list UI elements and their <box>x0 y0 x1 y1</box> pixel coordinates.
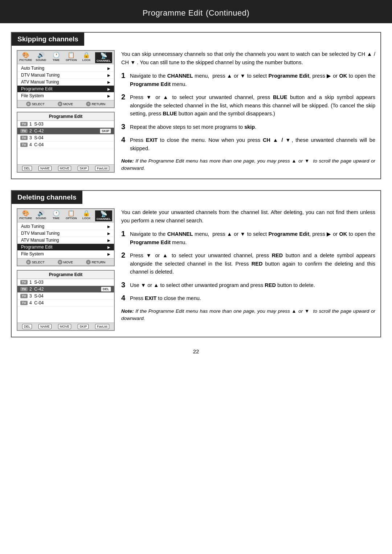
skipping-right-text: You can skip unnecessary channels so tha… <box>121 50 375 173</box>
skip-step-1: 1 Navigate to the CHANNEL menu, press ▲ … <box>121 72 375 88</box>
menu-row-atv: ATV Manual Tuning▶ <box>17 79 114 86</box>
icon-sound: 🔊 SOUND <box>34 52 48 63</box>
tv-menu-items: Auto Tuning▶ DTV Manual Tuning▶ ATV Manu… <box>17 64 114 100</box>
tv-menu-icons-del: 🎨 PICTURE 🔊 SOUND 🕐 TIME 📋 <box>17 209 114 222</box>
bottom-move: ⊙ MOVE <box>58 102 73 106</box>
skip-step-3: 3 Repeat the above steps to set more pro… <box>121 123 375 131</box>
page-header: Programme Edit (Continued) <box>0 0 392 23</box>
del-menu-row-atv: ATV Manual Tuning▶ <box>17 237 114 244</box>
header-title: Programme Edit <box>143 8 203 17</box>
tv-menu-bottom-del: ⊙ SELECT ⊙ MOVE ≡ RETURN <box>17 258 114 266</box>
del-menu-row-file: File System▶ <box>17 251 114 258</box>
icon-option: 📋 OPTION <box>65 52 78 63</box>
prog-edit-row-1: TV 1 S-03 <box>17 121 114 128</box>
del-step-1: 1 Navigate to the CHANNEL menu, press ▲ … <box>121 230 375 246</box>
del-bottom-move: ⊙ MOVE <box>58 260 73 264</box>
deleting-note: Note: If the Programme Edit menu has mor… <box>121 308 375 323</box>
del-prog-row-3: TV 3 S-04 <box>17 293 114 300</box>
icon-lock: 🔒 LOCK <box>80 52 93 63</box>
skipping-left-panel: 🎨 PICTURE 🔊 SOUND 🕐 TIME 📋 <box>17 50 115 173</box>
del-bottom-select: ⊙ SELECT <box>26 260 45 264</box>
del-prog-row-1: TV 1 S-03 <box>17 279 114 286</box>
skipping-title: Skipping channels <box>12 33 84 46</box>
tv-menu-icons: 🎨 PICTURE 🔊 SOUND 🕐 TIME 📋 <box>17 51 114 64</box>
del-menu-row-dtv: DTV Manual Tuning▶ <box>17 230 114 237</box>
prog-edit-bottom-deleting: DEL NAME MOVE SKIP FavList <box>17 323 114 330</box>
del-step-2: 2 Press ▼ or ▲ to select your unwanted c… <box>121 251 375 276</box>
icon-time-del: 🕐 TIME <box>50 210 63 221</box>
tv-menu-items-del: Auto Tuning▶ DTV Manual Tuning▶ ATV Manu… <box>17 222 114 258</box>
menu-row-dtv: DTV Manual Tuning▶ <box>17 72 114 79</box>
del-prog-row-2: TV 2 C-42 DEL <box>17 286 114 293</box>
prog-edit-title-del: Programme Edit <box>17 271 114 279</box>
prog-edit-box-skipping: Programme Edit TV 1 S-03 TV 2 C-42 SKIP … <box>17 112 115 173</box>
bottom-select: ⊙ SELECT <box>26 102 45 106</box>
icon-picture: 🎨 PICTURE <box>19 52 32 63</box>
icon-time: 🕐 TIME <box>50 52 63 63</box>
deleting-left-panel: 🎨 PICTURE 🔊 SOUND 🕐 TIME 📋 <box>17 208 115 331</box>
skipping-note: Note: If the Programme Edit menu has mor… <box>121 157 375 172</box>
del-menu-row-prog: Programme Edit▶ <box>17 244 114 251</box>
icon-option-del: 📋 OPTION <box>65 210 78 221</box>
prog-edit-row-4: TV 4 C-04 <box>17 141 114 148</box>
del-step-3: 3 Use ▼ or ▲ to select other unwanted pr… <box>121 281 375 289</box>
icon-channel-del: 📡 CHANNEL <box>95 210 112 221</box>
del-bottom-return: ≡ RETURN <box>86 260 106 264</box>
tv-menu-deleting: 🎨 PICTURE 🔊 SOUND 🕐 TIME 📋 <box>17 208 115 266</box>
skip-step-2: 2 Press ▼ or ▲ to select your unwanted c… <box>121 93 375 118</box>
header-subtitle: (Continued) <box>206 8 249 17</box>
menu-row-prog-edit: Programme Edit▶ <box>17 86 114 93</box>
page-number: 22 <box>11 348 381 358</box>
prog-edit-box-deleting: Programme Edit TV 1 S-03 TV 2 C-42 DEL T… <box>17 270 115 331</box>
menu-row-file-system: File System▶ <box>17 93 114 99</box>
prog-edit-row-3: TV 3 S-04 <box>17 135 114 141</box>
deleting-title: Deleting channels <box>12 191 82 204</box>
skipping-channels-section: Skipping channels 🎨 PICTURE 🔊 SOUND <box>11 32 381 179</box>
icon-lock-del: 🔒 LOCK <box>80 210 93 221</box>
del-menu-row-auto: Auto Tuning▶ <box>17 223 114 230</box>
icon-channel: 📡 CHANNEL <box>95 52 112 63</box>
deleting-channels-section: Deleting channels 🎨 PICTURE 🔊 SOUND <box>11 190 381 337</box>
del-step-4: 4 Press EXIT to close the menu. <box>121 294 375 302</box>
deleting-right-text: You can delete your unwanted channels fr… <box>121 208 375 331</box>
skip-step-4: 4 Press EXIT to close the menu. Now when… <box>121 136 375 152</box>
tv-menu-bottom: ⊙ SELECT ⊙ MOVE ≡ RETURN <box>17 100 114 107</box>
prog-edit-row-2-skip: TV 2 C-42 SKIP <box>17 128 114 135</box>
deleting-intro: You can delete your unwanted channels fr… <box>121 208 375 225</box>
prog-edit-bottom-skipping: DEL NAME MOVE SKIP FavList <box>17 164 114 172</box>
menu-row-auto-tuning: Auto Tuning▶ <box>17 65 114 72</box>
del-prog-row-4: TV 4 C-04 <box>17 300 114 307</box>
skipping-intro: You can skip unnecessary channels so tha… <box>121 50 375 67</box>
prog-edit-title: Programme Edit <box>17 112 114 121</box>
tv-menu-skipping: 🎨 PICTURE 🔊 SOUND 🕐 TIME 📋 <box>17 50 115 108</box>
icon-sound-del: 🔊 SOUND <box>34 210 48 221</box>
icon-picture-del: 🎨 PICTURE <box>19 210 32 221</box>
bottom-return: ≡ RETURN <box>86 102 106 106</box>
